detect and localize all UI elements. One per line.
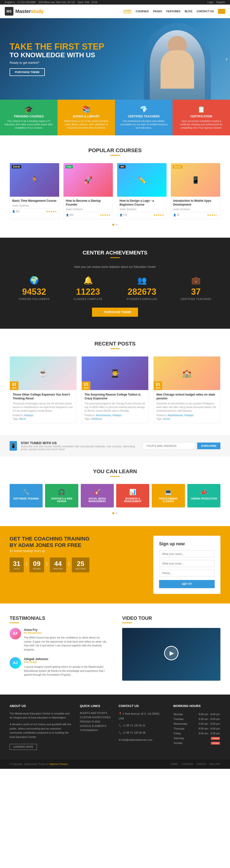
nav-features[interactable]: FEATURES xyxy=(166,10,180,13)
newsletter-left: 📱 STAY TUNED WITH US Subscribe now and r… xyxy=(9,441,142,451)
countdown-sep-3: : xyxy=(68,560,70,567)
dot-2[interactable] xyxy=(116,224,118,226)
learn-dot-1[interactable] xyxy=(112,512,114,514)
header: MS Masterstudy HOME COURSES PAGES FEATUR… xyxy=(0,5,230,18)
hours: Open: 8:00 - 16:00 xyxy=(77,1,97,4)
post-image-1: 👨‍🎓 xyxy=(82,356,148,390)
achievement-label-2: STUDENTS ENROLLED xyxy=(118,298,166,301)
learn-item-4[interactable]: 💻 Programming classes xyxy=(152,484,185,507)
achievement-icon-3: 💼 xyxy=(171,276,221,285)
nav-courses[interactable]: COURSES xyxy=(136,10,149,13)
footer-link-4[interactable]: TYPOGRAPHY xyxy=(80,729,111,732)
brand-link[interactable]: Stylemix Themes xyxy=(50,763,68,766)
post-card-2[interactable]: 🏫 03 2016 New Chicago school budget reli… xyxy=(153,356,221,423)
footer-link-0[interactable]: ALERTS AND STUFFS xyxy=(80,712,111,714)
nav-pages[interactable]: PAGES xyxy=(153,10,162,13)
footer-about-text1: The Masterstudy Education Center is comp… xyxy=(9,712,73,720)
testimonial-item-1: AJ Abigail Johnson Web Design I cannot i… xyxy=(9,657,108,677)
testimonial-content-0: Anna Fry Art Management The MSA Course h… xyxy=(24,628,108,651)
learn-item-2[interactable]: 🎸 Social Media Management xyxy=(81,484,114,507)
lang-select[interactable]: English xyxy=(5,1,13,4)
learn-pagination xyxy=(9,512,221,514)
avatar-af: AF xyxy=(9,628,21,640)
learn-dot-2[interactable] xyxy=(116,512,118,514)
register-link[interactable]: Register xyxy=(216,1,225,4)
hero-next-arrow[interactable]: › xyxy=(226,56,228,62)
course-stars-3: ★★★★☆ xyxy=(207,214,218,216)
learn-label-0: Software Training xyxy=(12,497,40,500)
post-tags-0: Tags: March xyxy=(13,417,73,420)
login-link[interactable]: Login xyxy=(207,1,213,4)
post-thumb-0: ☕ 02 2016 xyxy=(10,356,76,390)
copyright-text: © Copyright - Masterstudy Theme by Style… xyxy=(9,763,68,766)
dot-1[interactable] xyxy=(112,224,114,226)
course-pagination xyxy=(9,224,221,226)
nav-blog[interactable]: BLOG xyxy=(185,10,192,13)
newsletter-subscribe-button[interactable]: SUBSCRIBE xyxy=(197,442,221,449)
top-bar: English ▾ +1 212-226-8988 1010 Moen ave,… xyxy=(0,0,230,5)
footer-link-3[interactable]: GOOGLE ELEMENTS xyxy=(80,724,111,727)
course-stars-2: ★★★★★ xyxy=(153,214,164,216)
coaching-phone-input[interactable] xyxy=(159,569,215,577)
footer-links-title: QUICK LINKS xyxy=(80,704,111,708)
footer-link-1[interactable]: CUSTOM SHORTCODES xyxy=(80,716,111,719)
nav-home[interactable]: HOME xyxy=(123,9,131,13)
course-card-2[interactable]: ✏️ $80 How to Design a Logo - a Beginner… xyxy=(117,163,167,219)
footer-learn-more-button[interactable]: LEARNING MORE xyxy=(9,744,37,750)
coaching-submit-button[interactable]: GET IT! xyxy=(159,580,215,588)
footer-nav-home[interactable]: HOME xyxy=(171,763,178,766)
footer-nav-courses[interactable]: COURSES xyxy=(182,763,193,766)
course-card-1[interactable]: 🚀 Free How to Become a Startup Founder J… xyxy=(63,163,113,219)
course-badge-0: $19.99 xyxy=(12,165,21,168)
nav-contact[interactable]: CONTACT US xyxy=(197,10,214,13)
hero-purchase-button[interactable]: PURCHASE THEME xyxy=(9,68,45,76)
feature-item-2: 💎 CERTIFIED TEACHERS Get professional ed… xyxy=(115,100,172,135)
learn-title: YOU CAN LEARN xyxy=(9,468,221,475)
newsletter-email-input[interactable] xyxy=(142,442,195,450)
video-play-button[interactable]: ▶ xyxy=(164,646,178,660)
achievement-3: 💼 37 CERTIFIED TEACHERS xyxy=(171,276,221,301)
coaching-name-input[interactable] xyxy=(159,550,215,558)
address: 1010 Moen ave, New York, NY US xyxy=(38,1,75,4)
newsletter-icon: 📱 xyxy=(9,441,17,451)
cart-icon[interactable]: 🛒 xyxy=(218,9,225,14)
post-image-0: ☕ xyxy=(10,356,76,390)
video-section: Video Tour ▶ xyxy=(115,616,221,683)
post-thumb-2: 🏫 03 2016 xyxy=(154,356,220,390)
post-card-0[interactable]: ☕ 02 2016 Those Other College Expenses Y… xyxy=(9,356,77,423)
courses-divider xyxy=(110,155,120,156)
hero-title-line1: TAKE THE FIRST STEP xyxy=(9,42,104,52)
post-card-1[interactable]: 👨‍🎓 03 2016 The Surprising Reason Colleg… xyxy=(81,356,149,423)
learn-item-1[interactable]: 🎧 Graphics & Web Design xyxy=(45,484,78,507)
feature-item-0: 🎓 TRENDING COURSES Your chance to be a t… xyxy=(0,100,58,135)
course-info-2: How to Design a Logo - a Beginners Cours… xyxy=(117,197,166,219)
course-card-0[interactable]: 🏃 $19.99 Basic Time Management Course Ju… xyxy=(9,163,59,219)
newsletter-desc: Subscribe now and receive weekly newslet… xyxy=(21,445,143,451)
post-date-0: 02 2016 xyxy=(10,381,19,390)
coaching-email-input[interactable] xyxy=(159,560,215,567)
learn-label-4: Programming classes xyxy=(154,497,182,503)
course-info-3: Introduction to Mobile Apps Development … xyxy=(171,197,220,219)
footer-link-2[interactable]: PRICING PLANS xyxy=(80,720,111,723)
footer-nav-events[interactable]: EVENTS xyxy=(196,763,206,766)
learn-item-0[interactable]: 🔧 Software Training xyxy=(9,484,43,507)
hours-time-thursday: 9:00 am - 6:00 pm xyxy=(192,726,220,731)
learn-label-1: Graphics & Web Design xyxy=(47,497,76,503)
course-lessons-0: 👤 591 xyxy=(12,210,20,213)
learn-icon-5: 📣 xyxy=(190,489,218,495)
learn-item-5[interactable]: 📣 Cinema Production xyxy=(187,484,221,507)
achievements-purchase-button[interactable]: 🛒 PURCHASE THEME xyxy=(92,308,138,317)
coaching-form-title: Sign up now xyxy=(159,541,215,547)
logo[interactable]: MS Masterstudy xyxy=(5,7,43,16)
course-author-0: Justin Smithson xyxy=(12,204,57,207)
learn-label-3: Business & Management xyxy=(119,497,147,503)
hours-day-tuesday: Tuesday xyxy=(174,717,192,721)
feature-desc-3: Upon successful completion receive a cer… xyxy=(176,120,226,130)
footer-nav-gallery[interactable]: GALLERY xyxy=(209,763,221,766)
recent-posts-section: RECENT POSTS ☕ 02 2016 Those Other Colle… xyxy=(0,329,230,435)
hours-row-sunday: Sunday Closed xyxy=(174,741,220,745)
countdown-sep-1: : xyxy=(26,560,28,567)
course-card-3[interactable]: 📱 $24.99 Introduction to Mobile Apps Dev… xyxy=(171,163,221,219)
learn-item-3[interactable]: 📊 Business & Management xyxy=(116,484,149,507)
coaching-left: GET THE COACHING TRAINING BY ADAM JONES … xyxy=(9,536,144,572)
